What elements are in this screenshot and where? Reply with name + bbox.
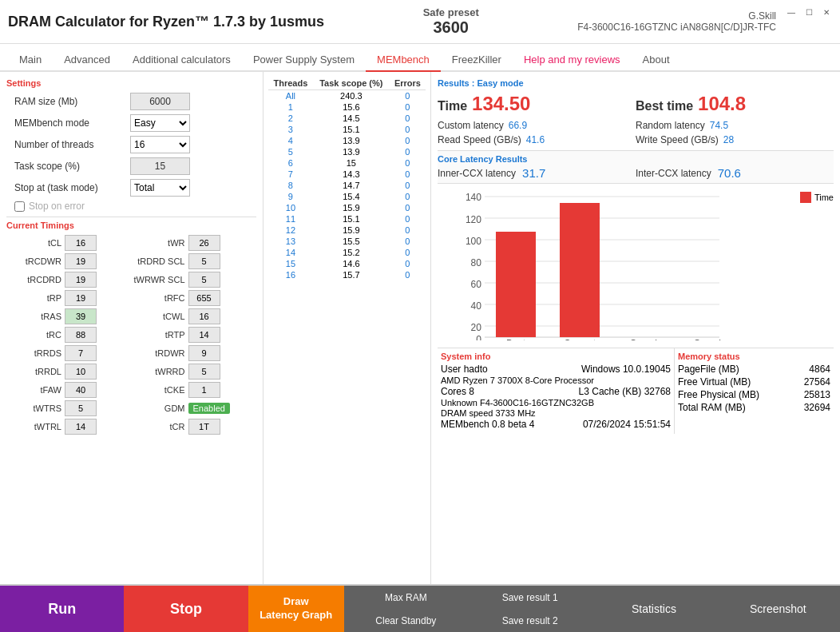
- memstatus-row-3: Total RAM (MB)32694: [678, 402, 830, 413]
- twrrd-input[interactable]: [188, 364, 220, 380]
- twrwr-input[interactable]: [188, 272, 220, 288]
- timings-title: Current Timings: [6, 221, 256, 230]
- bottom-toolbar: Run Stop Draw Latency Graph Max RAM Clea…: [0, 584, 840, 632]
- twtrs-input[interactable]: [65, 400, 97, 416]
- table-row: 11 15.1 0: [268, 213, 426, 225]
- close-button[interactable]: ✕: [819, 5, 834, 19]
- table-row: 1 15.6 0: [268, 101, 426, 113]
- ram-brand: G.Skill: [748, 10, 776, 22]
- trfc-input[interactable]: [188, 290, 220, 306]
- sysinfo-row-3: Unknown F4-3600C16-16GTZNC32GB: [441, 398, 671, 407]
- table-row: 5 13.9 0: [268, 146, 426, 157]
- ram-size-input[interactable]: [130, 93, 190, 110]
- threads-table: Threads Task scope (%) Errors All 240.3 …: [268, 77, 426, 280]
- run-button[interactable]: Run: [0, 586, 124, 632]
- trtp-input[interactable]: [188, 327, 220, 343]
- table-row: 3 15.1 0: [268, 124, 426, 135]
- write-speed-value: 28: [723, 134, 734, 145]
- gdm-badge: Enabled: [188, 403, 230, 414]
- bar-best: [496, 232, 536, 337]
- minimize-button[interactable]: —: [784, 5, 798, 19]
- time-value: 134.50: [472, 93, 530, 115]
- trrds-input[interactable]: [65, 345, 97, 361]
- svg-text:20: 20: [471, 322, 482, 333]
- stop-on-error-label: Stop on error: [29, 201, 85, 212]
- custom-latency-value: 66.9: [509, 120, 527, 131]
- nav-power[interactable]: Power Supply System: [242, 49, 366, 72]
- trrdl-input[interactable]: [65, 364, 97, 380]
- timing-tCL: tCL: [10, 235, 130, 251]
- nav-advanced[interactable]: Advanced: [53, 49, 121, 72]
- draw-latency-button[interactable]: Draw Latency Graph: [248, 586, 344, 632]
- table-row: 10 15.9 0: [268, 202, 426, 213]
- membench-mode-select[interactable]: Easy Hard: [130, 114, 190, 132]
- maximize-button[interactable]: ☐: [802, 5, 816, 19]
- best-time-label: Best time: [636, 99, 693, 113]
- memstatus-title: Memory status: [678, 352, 830, 361]
- errors-col-header: Errors: [390, 77, 426, 90]
- tcwl-input[interactable]: [188, 308, 220, 324]
- ram-size-label: RAM size (Mb): [6, 96, 130, 107]
- save-result2-button[interactable]: Save result 2: [468, 609, 592, 632]
- tcl-input[interactable]: [65, 235, 97, 251]
- nav-freezkiller[interactable]: FreezKiller: [441, 49, 513, 72]
- trp-input[interactable]: [65, 290, 97, 306]
- tcr-input[interactable]: [188, 419, 220, 435]
- system-info-panel: System info User hadto Windows 10.0.1904…: [438, 348, 674, 434]
- write-speed-label: Write Speed (GB/s): [636, 134, 719, 145]
- results-panel: Results : Easy mode Time 134.50 Best tim…: [431, 72, 840, 584]
- stop-at-select[interactable]: Total Per: [130, 179, 190, 197]
- screenshot-button[interactable]: Screenshot: [716, 586, 840, 632]
- sysinfo-title: System info: [441, 352, 671, 361]
- save-result1-button[interactable]: Save result 1: [468, 586, 592, 609]
- nav-help[interactable]: Help and my reviews: [513, 49, 632, 72]
- stop-at-label: Stop at (task mode): [6, 182, 130, 193]
- svg-text:Saved: Saved: [630, 338, 657, 340]
- nav-about[interactable]: About: [632, 49, 681, 72]
- svg-text:Current: Current: [564, 338, 596, 340]
- inner-ccx-value: 31.7: [522, 166, 545, 180]
- twtrl-input[interactable]: [65, 419, 97, 435]
- trcdwr-input[interactable]: [65, 253, 97, 269]
- legend-time-color: [800, 192, 811, 203]
- statistics-button[interactable]: Statistics: [592, 586, 715, 632]
- task-scope-input[interactable]: [130, 157, 190, 175]
- maxram-button[interactable]: Max RAM: [344, 586, 468, 609]
- num-threads-select[interactable]: 16 8 4 2 1: [130, 136, 190, 153]
- nav-additional[interactable]: Additional calculators: [121, 49, 242, 72]
- trdrd-input[interactable]: [188, 253, 220, 269]
- clear-standby-button[interactable]: Clear Standby: [344, 609, 468, 632]
- table-row: 14 15.2 0: [268, 247, 426, 258]
- memstatus-row-0: PageFile (MB)4864: [678, 364, 830, 375]
- table-row: 7 14.3 0: [268, 169, 426, 180]
- trc-input[interactable]: [65, 327, 97, 343]
- svg-text:Saved: Saved: [694, 338, 721, 340]
- svg-text:0: 0: [476, 334, 481, 340]
- sysinfo-row-0: User hadto Windows 10.0.19045: [441, 364, 671, 375]
- nav-main[interactable]: Main: [8, 49, 53, 72]
- svg-text:100: 100: [466, 236, 481, 247]
- trcdrd-input[interactable]: [65, 272, 97, 288]
- tcke-input[interactable]: [188, 382, 220, 398]
- tras-input[interactable]: [65, 308, 97, 324]
- stop-on-error-checkbox[interactable]: [14, 201, 25, 212]
- twr-input[interactable]: [188, 235, 220, 251]
- num-threads-label: Number of threads: [6, 139, 130, 150]
- legend-time-label: Time: [814, 193, 834, 202]
- trdwr-input[interactable]: [188, 345, 220, 361]
- sysinfo-row-1: AMD Ryzen 7 3700X 8-Core Processor: [441, 376, 671, 385]
- svg-text:80: 80: [471, 257, 482, 268]
- memstatus-row-1: Free Virtual (MB)27564: [678, 376, 830, 388]
- core-latency-title: Core Latency Results: [438, 154, 834, 164]
- nav-membench[interactable]: MEMbench: [366, 49, 441, 72]
- threads-col-header: Threads: [268, 77, 313, 90]
- svg-text:140: 140: [466, 192, 481, 203]
- save-results-group: Save result 1 Save result 2: [468, 586, 592, 632]
- stop-button[interactable]: Stop: [124, 586, 248, 632]
- table-row: 12 15.9 0: [268, 225, 426, 236]
- left-panel: Settings RAM size (Mb) MEMbench mode Eas…: [0, 72, 263, 584]
- table-row: 15 14.6 0: [268, 258, 426, 269]
- tfaw-input[interactable]: [65, 382, 97, 398]
- chart-legend: Time: [794, 189, 834, 343]
- table-row: 2 14.5 0: [268, 113, 426, 124]
